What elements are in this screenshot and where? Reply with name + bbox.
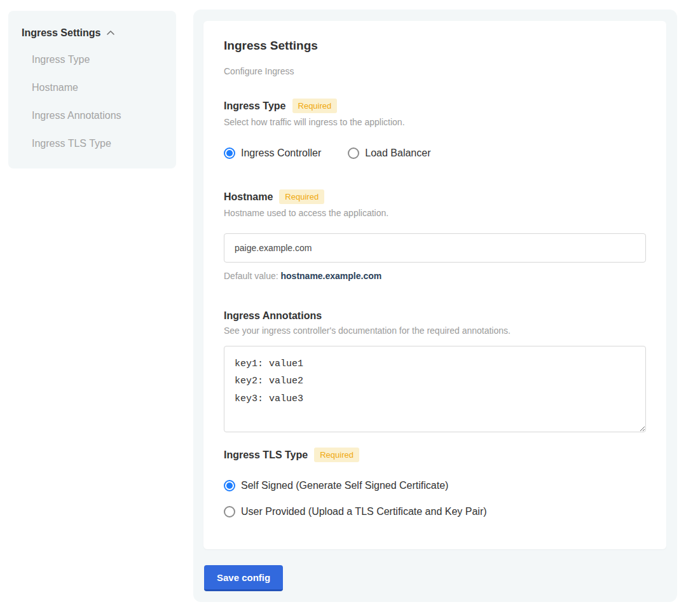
sidebar-item-ingress-annotations[interactable]: Ingress Annotations (32, 110, 163, 121)
tls-type-heading: Ingress TLS Type Required (224, 448, 646, 462)
radio-ingress-controller[interactable]: Ingress Controller (224, 147, 321, 159)
sidebar-group-label: Ingress Settings (22, 27, 100, 39)
card-title: Ingress Settings (224, 39, 646, 53)
tls-type-label: Ingress TLS Type (224, 449, 308, 461)
radio-load-balancer[interactable]: Load Balancer (348, 147, 430, 159)
config-nav-sidebar: Ingress Settings Ingress Type Hostname I… (8, 11, 176, 168)
required-badge: Required (314, 448, 359, 462)
annotations-label: Ingress Annotations (224, 310, 322, 322)
sidebar-item-hostname[interactable]: Hostname (32, 82, 163, 93)
radio-label: Ingress Controller (241, 147, 321, 159)
radio-circle-icon[interactable] (224, 480, 235, 491)
config-panel: Ingress Settings Configure Ingress Ingre… (193, 10, 677, 602)
radio-circle-icon[interactable] (224, 506, 235, 517)
section-hostname: Hostname Required Hostname used to acces… (224, 189, 646, 281)
ingress-settings-card: Ingress Settings Configure Ingress Ingre… (203, 21, 666, 549)
ingress-type-radio-group: Ingress Controller Load Balancer (224, 147, 646, 159)
radio-self-signed[interactable]: Self Signed (Generate Self Signed Certif… (224, 480, 646, 491)
default-hostname-text: hostname.example.com (281, 271, 382, 281)
ingress-type-label: Ingress Type (224, 100, 286, 112)
sidebar-group-ingress-settings[interactable]: Ingress Settings (22, 27, 163, 39)
sidebar-item-ingress-tls-type[interactable]: Ingress TLS Type (32, 138, 163, 149)
radio-label: Self Signed (Generate Self Signed Certif… (241, 480, 448, 491)
annotations-textarea[interactable]: key1: value1 key2: value2 key3: value3 (224, 346, 646, 432)
hostname-help: Hostname used to access the application. (224, 208, 646, 218)
hostname-heading: Hostname Required (224, 189, 646, 204)
required-badge: Required (292, 99, 338, 113)
chevron-up-icon[interactable] (106, 28, 116, 38)
required-badge: Required (279, 189, 324, 204)
radio-label: User Provided (Upload a TLS Certificate … (241, 506, 487, 517)
section-ingress-type: Ingress Type Required Select how traffic… (224, 99, 646, 159)
radio-circle-icon[interactable] (224, 147, 235, 159)
hostname-input[interactable] (224, 233, 646, 263)
section-ingress-tls-type: Ingress TLS Type Required Self Signed (G… (224, 448, 646, 517)
hostname-default-value: Default value: hostname.example.com (224, 271, 646, 281)
card-subtitle: Configure Ingress (224, 66, 646, 76)
annotations-heading: Ingress Annotations (224, 310, 646, 322)
ingress-type-help: Select how traffic will ingress to the a… (224, 117, 646, 127)
sidebar-item-ingress-type[interactable]: Ingress Type (32, 54, 163, 65)
radio-label: Load Balancer (365, 147, 430, 159)
radio-circle-icon[interactable] (348, 147, 359, 159)
save-config-button[interactable]: Save config (204, 565, 283, 591)
annotations-help: See your ingress controller's documentat… (224, 325, 646, 336)
ingress-type-heading: Ingress Type Required (224, 99, 646, 113)
hostname-label: Hostname (224, 191, 273, 203)
radio-user-provided[interactable]: User Provided (Upload a TLS Certificate … (224, 506, 646, 517)
section-ingress-annotations: Ingress Annotations See your ingress con… (224, 310, 646, 435)
